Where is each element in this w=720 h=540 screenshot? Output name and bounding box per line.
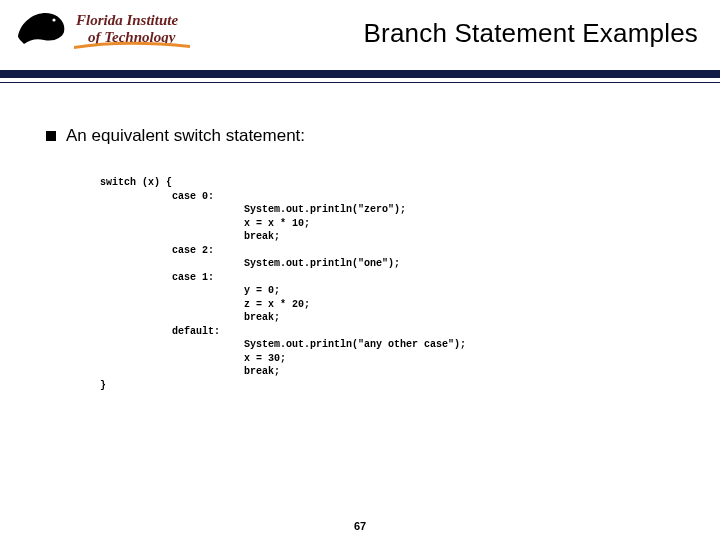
slide-title: Branch Statement Examples (364, 18, 699, 49)
body: An equivalent switch statement: switch (… (0, 100, 720, 514)
svg-point-0 (52, 18, 55, 21)
logo-text-top: Florida Institute (75, 12, 178, 28)
page-number: 67 (0, 520, 720, 532)
bullet-item: An equivalent switch statement: (46, 126, 674, 146)
square-bullet-icon (46, 131, 56, 141)
logo: Florida Institute of Technology (14, 4, 194, 52)
slide: Florida Institute of Technology Branch S… (0, 0, 720, 540)
divider (0, 70, 720, 80)
code-block: switch (x) { case 0: System.out.println(… (100, 176, 674, 392)
header: Florida Institute of Technology Branch S… (0, 0, 720, 64)
bullet-text: An equivalent switch statement: (66, 126, 305, 146)
